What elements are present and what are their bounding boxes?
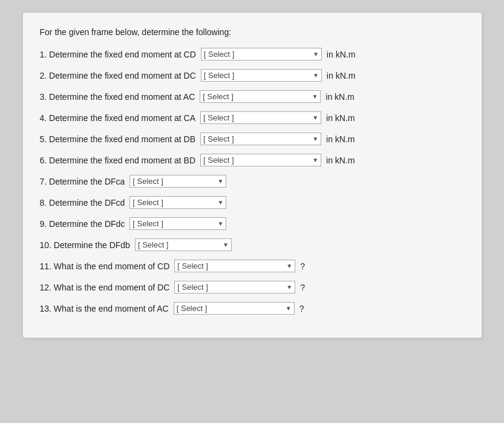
question-label-10: 10. Determine the DFdb bbox=[40, 240, 130, 250]
select-wrapper-6[interactable]: [ Select ]▼ bbox=[200, 154, 321, 166]
question-label-13: 13. What is the end moment of AC bbox=[40, 304, 169, 313]
question-row-4: 4. Determine the fixed end moment at CA[… bbox=[40, 111, 465, 124]
select-9[interactable]: [ Select ] bbox=[133, 219, 223, 228]
card-title: For the given frame below, determine the… bbox=[40, 27, 465, 37]
select-wrapper-3[interactable]: [ Select ]▼ bbox=[200, 90, 321, 103]
unit-label-6: in kN.m bbox=[326, 156, 355, 165]
question-label-12: 12. What is the end moment of DC bbox=[40, 283, 170, 292]
question-label-11: 11. What is the end moment of CD bbox=[40, 261, 170, 271]
question-label-9: 9. Determine the DFdc bbox=[40, 219, 125, 229]
suffix-11: ? bbox=[300, 261, 305, 271]
question-row-3: 3. Determine the fixed end moment at AC[… bbox=[40, 90, 465, 103]
question-row-2: 2. Determine the fixed end moment at DC[… bbox=[40, 69, 465, 82]
select-5[interactable]: [ Select ] bbox=[203, 134, 318, 143]
question-label-8: 8. Determine the DFcd bbox=[40, 198, 125, 208]
select-11[interactable]: [ Select ] bbox=[177, 261, 292, 271]
question-label-7: 7. Determine the DFca bbox=[40, 177, 125, 186]
question-label-6: 6. Determine the fixed end moment at BD bbox=[40, 156, 196, 165]
unit-label-2: in kN.m bbox=[327, 71, 355, 80]
select-7[interactable]: [ Select ] bbox=[133, 177, 223, 186]
unit-label-1: in kN.m bbox=[327, 50, 355, 59]
select-wrapper-9[interactable]: [ Select ]▼ bbox=[129, 217, 226, 230]
select-13[interactable]: [ Select ] bbox=[177, 304, 292, 313]
select-10[interactable]: [ Select ] bbox=[138, 240, 229, 249]
question-row-11: 11. What is the end moment of CD[ Select… bbox=[40, 260, 465, 272]
main-card: For the given frame below, determine the… bbox=[22, 12, 482, 338]
question-row-12: 12. What is the end moment of DC[ Select… bbox=[40, 281, 465, 293]
select-6[interactable]: [ Select ] bbox=[203, 156, 318, 165]
question-row-9: 9. Determine the DFdc[ Select ]▼ bbox=[40, 217, 465, 230]
question-row-1: 1. Determine the fixed end moment at CD[… bbox=[40, 48, 465, 61]
select-wrapper-4[interactable]: [ Select ]▼ bbox=[200, 111, 321, 124]
select-wrapper-11[interactable]: [ Select ]▼ bbox=[174, 260, 295, 272]
question-label-4: 4. Determine the fixed end moment at CA bbox=[40, 113, 196, 123]
question-row-8: 8. Determine the DFcd[ Select ]▼ bbox=[40, 196, 465, 209]
question-row-13: 13. What is the end moment of AC[ Select… bbox=[40, 302, 465, 315]
select-8[interactable]: [ Select ] bbox=[133, 198, 223, 207]
question-label-2: 2. Determine the fixed end moment at DC bbox=[40, 71, 196, 80]
question-label-3: 3. Determine the fixed end moment at AC bbox=[40, 92, 195, 102]
select-wrapper-8[interactable]: [ Select ]▼ bbox=[129, 196, 226, 209]
select-3[interactable]: [ Select ] bbox=[203, 92, 318, 101]
select-wrapper-5[interactable]: [ Select ]▼ bbox=[200, 133, 321, 145]
unit-label-3: in kN.m bbox=[326, 92, 354, 102]
question-label-1: 1. Determine the fixed end moment at CD bbox=[40, 50, 196, 59]
question-label-5: 5. Determine the fixed end moment at DB bbox=[40, 134, 196, 144]
unit-label-4: in kN.m bbox=[326, 113, 355, 123]
select-wrapper-12[interactable]: [ Select ]▼ bbox=[174, 281, 295, 293]
select-4[interactable]: [ Select ] bbox=[203, 113, 318, 122]
select-wrapper-1[interactable]: [ Select ]▼ bbox=[201, 48, 322, 61]
unit-label-5: in kN.m bbox=[326, 134, 355, 144]
select-1[interactable]: [ Select ] bbox=[204, 50, 319, 59]
suffix-12: ? bbox=[300, 283, 305, 292]
suffix-13: ? bbox=[299, 304, 304, 313]
question-row-5: 5. Determine the fixed end moment at DB[… bbox=[40, 133, 465, 145]
question-row-6: 6. Determine the fixed end moment at BD[… bbox=[40, 154, 465, 166]
select-2[interactable]: [ Select ] bbox=[204, 71, 319, 80]
question-row-10: 10. Determine the DFdb[ Select ]▼ bbox=[40, 238, 465, 251]
select-wrapper-7[interactable]: [ Select ]▼ bbox=[129, 175, 226, 188]
select-12[interactable]: [ Select ] bbox=[177, 283, 292, 292]
select-wrapper-13[interactable]: [ Select ]▼ bbox=[174, 302, 295, 315]
question-row-7: 7. Determine the DFca[ Select ]▼ bbox=[40, 175, 465, 188]
select-wrapper-2[interactable]: [ Select ]▼ bbox=[201, 69, 322, 82]
select-wrapper-10[interactable]: [ Select ]▼ bbox=[135, 238, 232, 251]
